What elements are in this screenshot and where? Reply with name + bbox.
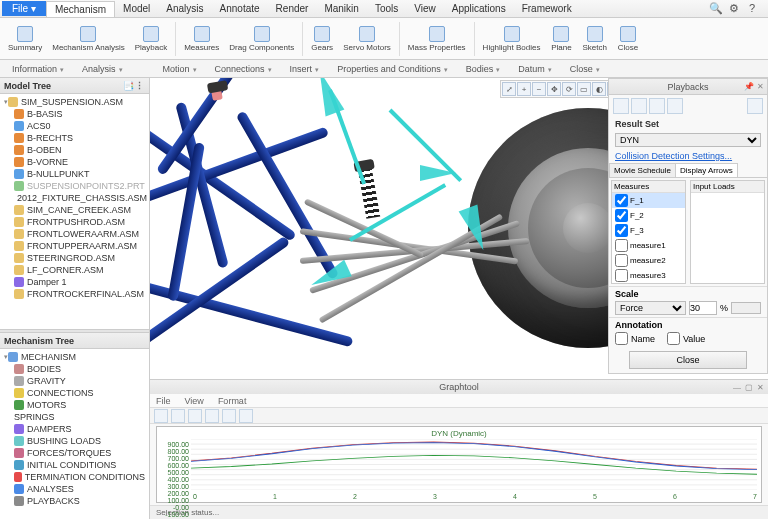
tab-display-arrows[interactable]: Display Arrows bbox=[675, 163, 738, 177]
tab-tools[interactable]: Tools bbox=[367, 1, 406, 16]
ribbon-playback[interactable]: Playback bbox=[131, 20, 171, 58]
tab-view[interactable]: View bbox=[406, 1, 444, 16]
group-insert[interactable]: Insert bbox=[282, 64, 328, 74]
tab-mechanism[interactable]: Mechanism bbox=[46, 1, 115, 17]
ribbon-highlight-bodies[interactable]: Highlight Bodies bbox=[479, 20, 545, 58]
tree-item[interactable]: B-RECHTS bbox=[2, 132, 147, 144]
group-properties-and-conditions[interactable]: Properties and Conditions bbox=[329, 64, 456, 74]
close-icon[interactable]: ✕ bbox=[757, 383, 764, 392]
ribbon-close[interactable]: Close bbox=[613, 20, 643, 58]
ribbon-summary[interactable]: Summary bbox=[4, 20, 46, 58]
ribbon-mechanism-analysis[interactable]: Mechanism Analysis bbox=[48, 20, 128, 58]
measure-item[interactable]: measure2 bbox=[612, 253, 685, 268]
result-set-select[interactable]: DYN bbox=[615, 133, 761, 147]
graph-tool-3[interactable] bbox=[188, 409, 202, 423]
group-close[interactable]: Close bbox=[562, 64, 608, 74]
tree-item[interactable]: STEERINGROD.ASM bbox=[2, 252, 147, 264]
ribbon-plane[interactable]: Plane bbox=[546, 20, 576, 58]
group-analysis-[interactable]: Analysis bbox=[74, 64, 131, 74]
minimize-icon[interactable]: — bbox=[733, 383, 741, 392]
group-connections[interactable]: Connections bbox=[207, 64, 280, 74]
tree-item[interactable]: B-BASIS bbox=[2, 108, 147, 120]
tree-item[interactable]: LF_CORNER.ASM bbox=[2, 264, 147, 276]
tab-analysis[interactable]: Analysis bbox=[158, 1, 211, 16]
measure-item[interactable]: measure3 bbox=[612, 268, 685, 283]
tree-item[interactable]: GRAVITY bbox=[2, 375, 147, 387]
measure-item[interactable]: F_3 bbox=[612, 223, 685, 238]
play-icon[interactable] bbox=[613, 98, 629, 114]
group-bodies[interactable]: Bodies bbox=[458, 64, 509, 74]
ribbon-sketch[interactable]: Sketch bbox=[578, 20, 610, 58]
tab-applications[interactable]: Applications bbox=[444, 1, 514, 16]
tree-item[interactable]: SIM_CANE_CREEK.ASM bbox=[2, 204, 147, 216]
ribbon-mass-properties[interactable]: Mass Properties bbox=[404, 20, 470, 58]
settings-icon[interactable]: ⚙ bbox=[729, 2, 743, 16]
measure-item[interactable]: F_2 bbox=[612, 208, 685, 223]
graph-menu-file[interactable]: File bbox=[156, 396, 171, 406]
tab-render[interactable]: Render bbox=[268, 1, 317, 16]
annotation-name-check[interactable]: Name bbox=[615, 332, 655, 345]
tree-settings-icon[interactable]: ⋮ bbox=[135, 81, 145, 91]
tree-item[interactable]: FORCES/TORQUES bbox=[2, 447, 147, 459]
group-datum-[interactable]: Datum bbox=[510, 64, 560, 74]
graph-tool-2[interactable] bbox=[171, 409, 185, 423]
tab-model[interactable]: Model bbox=[115, 1, 158, 16]
graph-tool-4[interactable] bbox=[205, 409, 219, 423]
tree-item[interactable]: Damper 1 bbox=[2, 276, 147, 288]
tree-item[interactable]: ACS0 bbox=[2, 120, 147, 132]
tree-item[interactable]: ANALYSES bbox=[2, 483, 147, 495]
group-information[interactable]: Information bbox=[4, 64, 72, 74]
graph-menu-format[interactable]: Format bbox=[218, 396, 247, 406]
tree-item[interactable]: PLAYBACKS bbox=[2, 495, 147, 507]
tree-item[interactable]: DAMPERS bbox=[2, 423, 147, 435]
ribbon-drag-components[interactable]: Drag Components bbox=[225, 20, 298, 58]
close-icon[interactable]: ✕ bbox=[757, 82, 764, 91]
tree-item[interactable]: FRONTPUSHROD.ASM bbox=[2, 216, 147, 228]
tree-item[interactable]: FRONTROCKERFINAL.ASM bbox=[2, 288, 147, 300]
tree-filter-icon[interactable]: 📑 bbox=[123, 81, 133, 91]
tree-item[interactable]: SPRINGS bbox=[2, 411, 147, 423]
zoom-out-icon[interactable]: − bbox=[532, 82, 546, 96]
input-loads-list[interactable]: Input Loads bbox=[690, 180, 765, 284]
tab-annotate[interactable]: Annotate bbox=[212, 1, 268, 16]
tree-item[interactable]: FRONTLOWERAARM.ASM bbox=[2, 228, 147, 240]
help-icon[interactable]: ? bbox=[749, 2, 763, 16]
export-icon[interactable] bbox=[667, 98, 683, 114]
scale-slider[interactable] bbox=[731, 302, 761, 314]
file-menu[interactable]: File ▾ bbox=[2, 1, 46, 16]
collision-settings-link[interactable]: Collision Detection Settings... bbox=[609, 149, 767, 163]
view-icon[interactable]: ▭ bbox=[577, 82, 591, 96]
tree-item[interactable]: B-VORNE bbox=[2, 156, 147, 168]
tree-item[interactable]: SUSPENSIONPOINTS2.PRT bbox=[2, 180, 147, 192]
tab-movie-schedule[interactable]: Movie Schedule bbox=[609, 163, 676, 177]
tree-item[interactable]: TERMINATION CONDITIONS bbox=[2, 471, 147, 483]
ribbon-gears[interactable]: Gears bbox=[307, 20, 337, 58]
zoom-in-icon[interactable]: + bbox=[517, 82, 531, 96]
tree-item[interactable]: ▾ MECHANISM bbox=[2, 351, 147, 363]
open-icon[interactable] bbox=[631, 98, 647, 114]
graph-tool-5[interactable] bbox=[222, 409, 236, 423]
save-icon[interactable] bbox=[649, 98, 665, 114]
tab-manikin[interactable]: Manikin bbox=[316, 1, 366, 16]
scale-value-input[interactable] bbox=[689, 301, 717, 315]
search-icon[interactable]: 🔍 bbox=[709, 2, 723, 16]
graph-plot-area[interactable]: DYN (Dynamic) 900.00800.00700.00600.0050… bbox=[156, 426, 762, 503]
pan-icon[interactable]: ✥ bbox=[547, 82, 561, 96]
annotation-value-check[interactable]: Value bbox=[667, 332, 705, 345]
pin-icon[interactable]: 📌 bbox=[744, 82, 754, 91]
rotate-icon[interactable]: ⟳ bbox=[562, 82, 576, 96]
graph-tool-6[interactable] bbox=[239, 409, 253, 423]
measures-list[interactable]: Measures F_1F_2F_3measure1measure2measur… bbox=[611, 180, 686, 284]
tree-item[interactable]: B-NULLPUNKT bbox=[2, 168, 147, 180]
tree-item[interactable]: FRONTUPPERAARM.ASM bbox=[2, 240, 147, 252]
model-tree[interactable]: ▾ SIM_SUSPENSION.ASMB-BASISACS0B-RECHTSB… bbox=[0, 94, 149, 329]
graph-tool-1[interactable] bbox=[154, 409, 168, 423]
tree-item[interactable]: BUSHING LOADS bbox=[2, 435, 147, 447]
refit-icon[interactable]: ⤢ bbox=[502, 82, 516, 96]
tree-item[interactable]: BODIES bbox=[2, 363, 147, 375]
tree-item[interactable]: MOTORS bbox=[2, 399, 147, 411]
playback-close-button[interactable]: Close bbox=[629, 351, 747, 369]
measure-item[interactable]: measure1 bbox=[612, 238, 685, 253]
tree-item[interactable]: B-OBEN bbox=[2, 144, 147, 156]
ribbon-servo-motors[interactable]: Servo Motors bbox=[339, 20, 395, 58]
